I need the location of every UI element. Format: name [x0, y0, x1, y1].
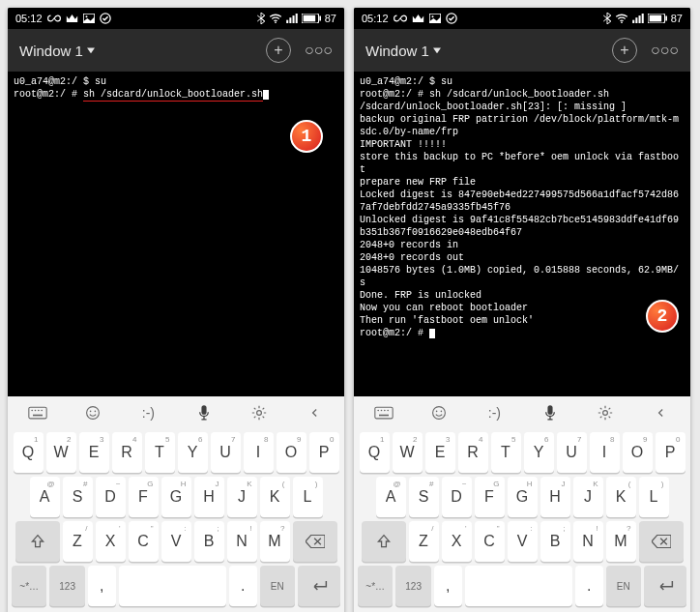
text-face[interactable]: :-) [128, 405, 168, 421]
backspace-key[interactable] [639, 521, 684, 562]
key-b[interactable]: ;B [540, 521, 570, 562]
key-h[interactable]: JH [194, 477, 224, 517]
keyboard-switch-icon[interactable] [364, 406, 404, 420]
key-l[interactable]: )L [293, 477, 323, 517]
key-e[interactable]: 3E [79, 432, 109, 473]
more-menu-button[interactable]: ○○○ [305, 46, 333, 54]
backspace-key[interactable] [293, 521, 337, 562]
key-e[interactable]: 3E [425, 432, 455, 473]
key-a[interactable]: @A [30, 477, 60, 517]
settings-icon[interactable] [585, 405, 626, 421]
key-g[interactable]: HG [161, 477, 191, 517]
key-r[interactable]: 4R [458, 432, 488, 473]
new-window-button[interactable]: + [266, 38, 291, 63]
key-i[interactable]: 8I [244, 432, 274, 473]
key-p[interactable]: 0P [656, 432, 685, 473]
key-n[interactable]: !N [573, 521, 603, 562]
symbols-key[interactable]: ~*… [12, 566, 46, 606]
key-m[interactable]: ?M [260, 521, 290, 562]
language-key[interactable]: EN [260, 566, 295, 606]
key-j[interactable]: KJ [227, 477, 257, 517]
keyboard-switch-icon[interactable] [17, 406, 58, 420]
key-o[interactable]: 9O [277, 432, 306, 473]
key-d[interactable]: ~D [442, 477, 472, 517]
key-q[interactable]: 1Q [360, 432, 390, 473]
emoji-icon[interactable] [73, 405, 113, 421]
language-key[interactable]: EN [606, 566, 641, 606]
keyboard: :-)1Q2W3E4R5T6Y7U8I9O0P@A#S~DGFHGJHKJ(K)… [8, 396, 344, 612]
terminal-output[interactable]: u0_a74@m2:/ $ suroot@m2:/ # sh /sdcard/u… [354, 72, 690, 396]
key-h[interactable]: JH [540, 477, 570, 517]
period-key[interactable]: . [229, 566, 257, 606]
collapse-icon[interactable] [294, 408, 335, 418]
key-k[interactable]: (K [260, 477, 290, 517]
key-j[interactable]: KJ [573, 477, 603, 517]
key-f[interactable]: GF [129, 477, 159, 517]
key-t[interactable]: 5T [491, 432, 521, 473]
shift-key[interactable] [362, 521, 406, 562]
mic-icon[interactable] [184, 404, 224, 422]
emoji-icon[interactable] [419, 405, 459, 421]
svg-rect-28 [638, 15, 640, 23]
key-y[interactable]: 6Y [178, 432, 208, 473]
key-k[interactable]: (K [606, 477, 636, 517]
key-i[interactable]: 8I [590, 432, 620, 473]
key-v[interactable]: :V [508, 521, 538, 562]
key-u[interactable]: 7U [557, 432, 587, 473]
window-dropdown[interactable]: Window 1 [365, 43, 441, 59]
key-q[interactable]: 1Q [14, 432, 44, 473]
numeric-key[interactable]: 123 [395, 566, 430, 606]
terminal-output[interactable]: u0_a74@m2:/ $ suroot@m2:/ # sh /sdcard/u… [8, 72, 344, 396]
return-key[interactable] [298, 566, 340, 606]
key-p[interactable]: 0P [309, 432, 339, 473]
key-l[interactable]: )L [639, 477, 669, 517]
comma-key[interactable]: , [434, 566, 462, 606]
collapse-icon[interactable] [640, 408, 681, 418]
settings-icon[interactable] [239, 405, 279, 421]
key-n[interactable]: !N [227, 521, 257, 562]
return-key[interactable] [644, 566, 686, 606]
key-r[interactable]: 4R [112, 432, 142, 473]
window-dropdown[interactable]: Window 1 [19, 43, 95, 59]
key-a[interactable]: @A [376, 477, 406, 517]
key-z[interactable]: /Z [409, 521, 439, 562]
key-g[interactable]: HG [508, 477, 538, 517]
key-x[interactable]: 'X [96, 521, 126, 562]
period-key[interactable]: . [575, 566, 603, 606]
key-s[interactable]: #S [63, 477, 93, 517]
mic-icon[interactable] [530, 404, 570, 422]
numeric-key[interactable]: 123 [49, 566, 84, 606]
svg-point-17 [87, 407, 100, 420]
key-u[interactable]: 7U [211, 432, 241, 473]
check-circle-icon [446, 13, 457, 24]
svg-point-41 [441, 411, 443, 413]
key-x[interactable]: 'X [442, 521, 472, 562]
symbols-key[interactable]: ~*… [358, 566, 393, 606]
status-time: 05:12 [15, 13, 43, 24]
key-z[interactable]: /Z [63, 521, 93, 562]
key-m[interactable]: ?M [606, 521, 636, 562]
space-key[interactable] [465, 566, 572, 606]
svg-point-1 [85, 15, 87, 17]
key-c[interactable]: "C [129, 521, 159, 562]
key-v[interactable]: :V [161, 521, 191, 562]
key-f[interactable]: GF [475, 477, 505, 517]
status-time: 05:12 [362, 13, 389, 24]
space-key[interactable] [119, 566, 226, 606]
key-y[interactable]: 6Y [524, 432, 554, 473]
key-o[interactable]: 9O [623, 432, 653, 473]
signal-icon [632, 14, 644, 23]
key-t[interactable]: 5T [145, 432, 175, 473]
comma-key[interactable]: , [88, 566, 116, 606]
text-face[interactable]: :-) [474, 405, 514, 421]
more-menu-button[interactable]: ○○○ [651, 46, 679, 54]
crown-icon [412, 14, 424, 23]
key-w[interactable]: 2W [393, 432, 423, 473]
new-window-button[interactable]: + [612, 38, 637, 63]
key-d[interactable]: ~D [96, 477, 126, 517]
key-s[interactable]: #S [409, 477, 439, 517]
key-b[interactable]: ;B [194, 521, 224, 562]
shift-key[interactable] [15, 521, 60, 562]
key-c[interactable]: "C [475, 521, 505, 562]
key-w[interactable]: 2W [46, 432, 76, 473]
